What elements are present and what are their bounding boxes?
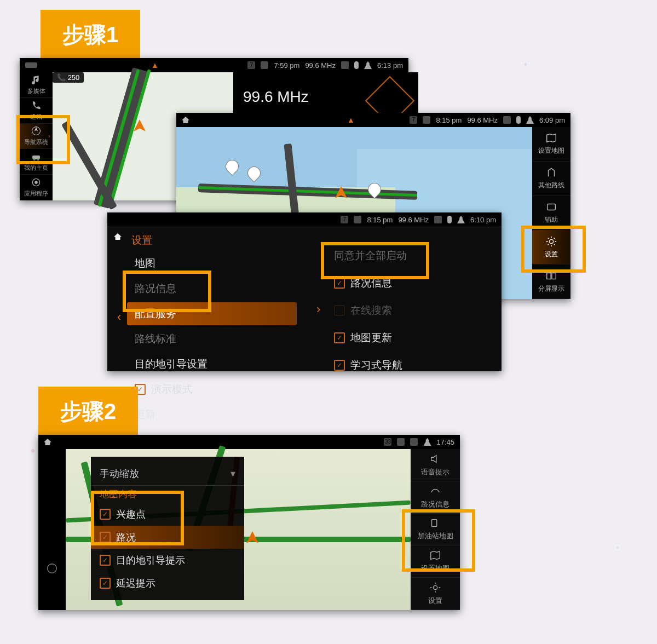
person-icon (526, 116, 534, 124)
sidebar-my[interactable]: 我的主页 (20, 149, 53, 175)
settings-right-col: 同意并全部启动 ✓路况信息 在线搜索 ✓地图更新 ✓学习式导航 (326, 244, 491, 377)
sidebar-media[interactable]: 多媒体 (20, 72, 53, 98)
svg-point-10 (48, 564, 57, 573)
signal-icon (397, 438, 405, 446)
compass-icon[interactable] (46, 562, 58, 574)
row-dest2[interactable]: ✓目的地引导提示 (91, 549, 244, 572)
rightbar-2: 语音提示 路况信息 加油站地图 设置地图 设置 (411, 449, 460, 610)
home-icon[interactable] (182, 117, 189, 123)
r-routes[interactable]: 其他路线 (532, 162, 570, 196)
panel-heading: 地图内容 (91, 486, 244, 503)
badge-icon: 7 (410, 116, 417, 124)
time-left: 8:15 pm (436, 116, 462, 124)
signal-icon (261, 61, 268, 69)
time-right: 6:10 pm (470, 216, 496, 224)
chevron-left-icon[interactable]: ‹ (117, 310, 121, 324)
r-settings[interactable]: 设置 (532, 230, 570, 264)
r-assist[interactable]: 辅助 (532, 196, 570, 231)
step1-label: 步骤1 (41, 10, 140, 60)
svg-point-7 (549, 239, 553, 243)
sidebar-nav[interactable]: 导航系统 › (20, 124, 53, 150)
row-service[interactable]: 配置服务 (127, 302, 297, 325)
svg-point-5 (35, 181, 38, 184)
badge-icon: 7 (341, 216, 348, 223)
phone-icon (31, 100, 42, 111)
sidebar-comm[interactable]: 通讯 (20, 98, 53, 124)
chevron-right-icon[interactable]: › (316, 302, 320, 317)
s2-traffic[interactable]: 路况信息 (411, 481, 460, 514)
row-traffic2[interactable]: ✓路况 (91, 526, 244, 549)
traffic-icon (429, 485, 441, 497)
time-right: 6:13 pm (377, 61, 403, 70)
settings-title: 设置 (131, 233, 152, 248)
person-icon (423, 438, 431, 446)
menu-icon[interactable] (25, 62, 37, 68)
map-call-badge[interactable]: 📞 250 (53, 72, 84, 83)
r-routes-label: 其他路线 (538, 181, 564, 190)
r-settings-label: 设置 (545, 250, 558, 259)
checkbox-icon: ✓ (334, 278, 345, 289)
r-split[interactable]: 分屏显示 (532, 264, 570, 299)
gear-icon (545, 235, 557, 248)
row-learn[interactable]: ✓学习式导航 (326, 354, 491, 377)
svg-rect-11 (432, 520, 437, 527)
map-content-panel: 手动缩放▾ 地图内容 ✓兴趣点 ✓路况 ✓目的地引导提示 ✓延迟提示 (91, 457, 244, 600)
row-zoom[interactable]: 手动缩放▾ (91, 462, 244, 486)
mic-icon (516, 116, 521, 124)
svg-rect-8 (547, 273, 551, 279)
leftbar-2 (38, 449, 66, 610)
screen-2: 33 17:45 手动缩放▾ 地图内容 ✓兴趣点 ✓路况 ✓目的地引导提示 ✓延… (38, 435, 460, 610)
badge-icon: 7 (247, 61, 255, 69)
row-dest[interactable]: 目的地引导设置 (127, 353, 297, 376)
checkbox-icon: ✓ (100, 509, 111, 520)
r-assist-label: 辅助 (545, 215, 558, 225)
sidebar-apps-label: 应用程序 (24, 189, 48, 198)
row-poi[interactable]: ✓兴趣点 (91, 503, 244, 526)
mute-icon (341, 61, 349, 69)
row-auto[interactable]: 同意并全部启动 (326, 244, 491, 267)
assist-icon (545, 201, 557, 213)
caret-up-icon[interactable]: ▲ (151, 61, 159, 70)
checkbox-icon: ✓ (100, 578, 111, 589)
r-setmap[interactable]: 设置地图 (532, 127, 570, 162)
r-split-label: 分屏显示 (538, 284, 564, 294)
s2-settings[interactable]: 设置 (411, 578, 460, 610)
freq: 99.6 MHz (305, 61, 336, 70)
apps-icon (31, 177, 42, 188)
svg-point-2 (33, 159, 35, 160)
sidebar-apps[interactable]: 应用程序 (20, 175, 53, 200)
rightbar-1b: 设置地图 其他路线 辅助 设置 分屏显示 (532, 127, 570, 299)
row-traffic[interactable]: 路况信息 (127, 277, 297, 300)
chevron-right-icon: › (48, 133, 50, 139)
row-map[interactable]: 地图 (127, 252, 297, 275)
person-icon (457, 216, 465, 223)
s2-fuel[interactable]: 加油站地图 (411, 514, 460, 546)
music-note-icon (31, 74, 42, 85)
row-mapupd[interactable]: ✓地图更新 (326, 326, 491, 349)
checkbox-icon (334, 305, 345, 316)
row-delay[interactable]: ✓延迟提示 (91, 572, 244, 595)
row-update[interactable]: 更新 (127, 403, 297, 426)
home-icon[interactable] (44, 439, 51, 445)
s2-voice[interactable]: 语音提示 (411, 449, 460, 481)
s2-setmap[interactable]: 设置地图 (411, 545, 460, 578)
map-icon (429, 549, 441, 561)
row-route[interactable]: 路线标准 (127, 327, 297, 350)
checkbox-icon: ✓ (334, 332, 345, 343)
statusbar-1a: ▲ 7 7:59 pm 99.6 MHz 6:13 pm (20, 58, 408, 73)
row-rtraffic[interactable]: ✓路况信息 (326, 272, 491, 295)
time-left: 7:59 pm (274, 61, 299, 70)
caret-up-icon[interactable]: ▲ (347, 116, 355, 124)
freq: 99.6 MHz (467, 116, 498, 124)
checkbox-icon: ✓ (100, 532, 111, 543)
signal-icon (354, 216, 361, 223)
statusbar-1c: 7 8:15 pm 99.6 MHz 6:10 pm (107, 212, 502, 227)
row-demo[interactable]: ✓演示模式 (127, 378, 297, 401)
fuel-icon (429, 517, 441, 529)
badge-icon: 33 (384, 438, 391, 446)
sidebar-my-label: 我的主页 (24, 164, 48, 172)
checkbox-icon: ✓ (334, 360, 345, 371)
r-setmap-label: 设置地图 (538, 146, 564, 156)
row-online[interactable]: 在线搜索 (326, 299, 491, 322)
home-icon[interactable] (114, 233, 122, 240)
